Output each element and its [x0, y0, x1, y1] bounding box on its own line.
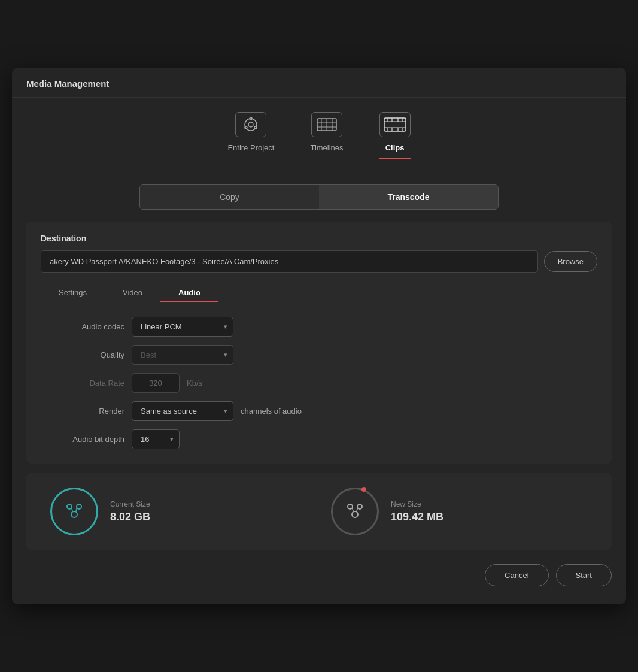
clips-icon	[379, 112, 411, 137]
svg-line-30	[353, 508, 354, 512]
render-suffix: channels of audio	[241, 407, 302, 416]
tab-clips-label: Clips	[385, 143, 405, 152]
cancel-button[interactable]: Cancel	[485, 564, 548, 586]
current-size-label: Current Size	[110, 500, 150, 508]
svg-line-25	[72, 508, 73, 512]
svg-line-26	[76, 508, 77, 512]
sub-tabs: Settings Video Audio	[41, 283, 597, 302]
render-row: Render Same as source ▾ channels of audi…	[41, 401, 597, 421]
mode-buttons: Copy Transcode	[139, 184, 499, 210]
tab-video[interactable]: Video	[105, 283, 160, 302]
new-size-info: New Size 109.42 MB	[391, 500, 443, 523]
svg-line-31	[357, 508, 358, 512]
svg-point-28	[348, 504, 353, 509]
render-label: Render	[41, 407, 124, 416]
svg-point-23	[67, 504, 72, 509]
tab-timelines[interactable]: Timelines	[310, 112, 343, 159]
new-size-label: New Size	[391, 500, 443, 508]
bit-depth-row: Audio bit depth 16 24 ▾	[41, 429, 597, 449]
data-rate-input	[132, 373, 180, 393]
svg-point-24	[77, 504, 81, 509]
destination-label: Destination	[41, 234, 597, 243]
timelines-icon	[311, 112, 342, 137]
svg-point-27	[352, 511, 358, 517]
new-size-value: 109.42 MB	[391, 511, 443, 523]
current-size-value: 8.02 GB	[110, 511, 150, 523]
mode-buttons-container: Copy Transcode	[12, 171, 626, 210]
audio-codec-select-wrapper: Linear PCM ▾	[132, 317, 233, 337]
new-davinci-logo	[343, 500, 367, 523]
quality-select[interactable]: Best	[132, 345, 233, 365]
size-area: Current Size 8.02 GB New Size 10	[26, 473, 612, 550]
tab-settings[interactable]: Settings	[41, 283, 105, 302]
tab-timelines-label: Timelines	[310, 143, 343, 152]
destination-row: Browse	[41, 250, 597, 273]
tab-audio[interactable]: Audio	[160, 283, 218, 302]
content-area: Destination Browse Settings Video Audio …	[26, 222, 612, 464]
scope-tabs: Entire Project Timelines	[12, 98, 626, 159]
svg-point-22	[71, 511, 77, 517]
media-management-dialog: Media Management Entire Project	[12, 68, 626, 604]
audio-settings-form: Audio codec Linear PCM ▾ Quality Best ▾	[41, 317, 597, 449]
svg-point-29	[357, 504, 362, 509]
browse-button[interactable]: Browse	[544, 251, 597, 272]
entire-project-icon	[235, 112, 266, 137]
render-select[interactable]: Same as source	[132, 401, 233, 421]
new-size-circle	[331, 488, 379, 535]
bit-depth-select[interactable]: 16 24	[132, 429, 180, 449]
quality-select-wrapper: Best ▾	[132, 345, 233, 365]
tab-entire-project[interactable]: Entire Project	[227, 112, 274, 159]
bit-depth-select-wrapper: 16 24 ▾	[132, 429, 180, 449]
audio-codec-select[interactable]: Linear PCM	[132, 317, 233, 337]
data-rate-label: Data Rate	[41, 379, 124, 388]
quality-label: Quality	[41, 350, 124, 359]
data-rate-row: Data Rate Kb/s	[41, 373, 597, 393]
tab-clips[interactable]: Clips	[379, 112, 411, 159]
current-size-circle	[50, 488, 98, 535]
bit-depth-label: Audio bit depth	[41, 435, 124, 444]
render-select-wrapper: Same as source ▾	[132, 401, 233, 421]
data-rate-unit: Kb/s	[187, 379, 202, 388]
dialog-title: Media Management	[12, 68, 626, 98]
audio-codec-row: Audio codec Linear PCM ▾	[41, 317, 597, 337]
new-size-block: New Size 109.42 MB	[331, 488, 588, 535]
destination-input[interactable]	[41, 250, 538, 273]
bottom-buttons: Cancel Start	[12, 550, 626, 586]
quality-chevron-icon: ▾	[224, 351, 227, 359]
copy-button[interactable]: Copy	[140, 185, 319, 209]
current-size-info: Current Size 8.02 GB	[110, 500, 150, 523]
transcode-button[interactable]: Transcode	[319, 185, 498, 209]
start-button[interactable]: Start	[556, 564, 612, 586]
tab-entire-project-label: Entire Project	[227, 143, 274, 152]
current-davinci-logo	[62, 500, 86, 523]
svg-point-1	[248, 122, 253, 127]
current-size-block: Current Size 8.02 GB	[50, 488, 307, 535]
quality-row: Quality Best ▾	[41, 345, 597, 365]
audio-codec-label: Audio codec	[41, 322, 124, 331]
